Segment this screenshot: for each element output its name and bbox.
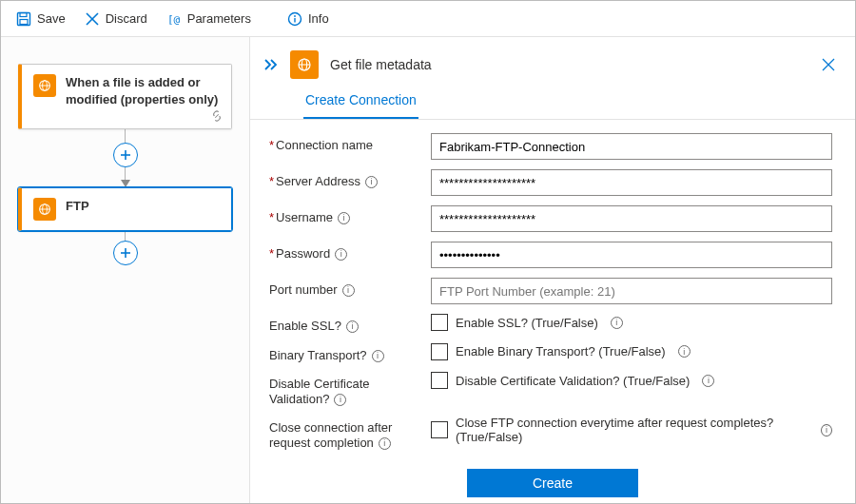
panel-title: Get file metadata xyxy=(330,57,821,72)
disable-cert-checkbox-label: Disable Certificate Validation? (True/Fa… xyxy=(456,374,690,388)
info-icon[interactable]: i xyxy=(365,176,378,188)
disable-cert-label: Disable Certificate Validation?i xyxy=(269,372,431,406)
password-label: *Passwordi xyxy=(269,242,431,262)
info-label: Info xyxy=(308,11,329,26)
enable-ssl-label: Enable SSL?i xyxy=(269,314,431,334)
svg-point-7 xyxy=(294,15,296,17)
enable-ssl-checkbox-label: Enable SSL? (True/False) xyxy=(456,316,598,330)
close-conn-checkbox-label: Close FTP connection everytime after req… xyxy=(456,416,808,444)
parameters-icon: [@] xyxy=(166,11,182,27)
username-input[interactable] xyxy=(431,205,832,232)
connector-2 xyxy=(18,231,232,265)
port-label: Port numberi xyxy=(269,278,431,298)
port-input[interactable] xyxy=(431,278,832,304)
parameters-button[interactable]: [@] Parameters xyxy=(159,8,259,30)
add-step-button-2[interactable] xyxy=(113,241,138,265)
discard-button[interactable]: Discard xyxy=(77,8,155,30)
create-bar: Create xyxy=(250,465,855,503)
info-icon[interactable]: i xyxy=(678,345,691,358)
discard-label: Discard xyxy=(106,11,147,26)
close-panel-button[interactable] xyxy=(821,57,836,72)
close-conn-checkbox[interactable] xyxy=(431,421,448,438)
binary-transport-label: Binary Transport?i xyxy=(269,343,431,363)
binary-transport-checkbox-label: Enable Binary Transport? (True/False) xyxy=(456,344,666,359)
disable-cert-checkbox[interactable] xyxy=(431,372,448,389)
ftp-action-icon xyxy=(33,198,56,221)
save-label: Save xyxy=(37,11,66,26)
svg-text:[@]: [@] xyxy=(167,13,182,26)
server-address-label: *Server Addressi xyxy=(269,169,431,189)
connection-name-label: *Connection name xyxy=(269,133,431,153)
toolbar: Save Discard [@] Parameters Info xyxy=(1,1,855,37)
panel-header: Get file metadata xyxy=(250,37,855,79)
info-icon[interactable]: i xyxy=(821,424,832,436)
collapse-panel-button[interactable] xyxy=(263,58,281,71)
info-icon[interactable]: i xyxy=(334,394,346,406)
server-address-input[interactable] xyxy=(431,169,832,196)
settings-panel: Get file metadata Create Connection *Con… xyxy=(250,37,855,503)
info-icon[interactable]: i xyxy=(372,350,384,362)
trigger-card[interactable]: When a file is added or modified (proper… xyxy=(18,64,232,129)
info-icon[interactable]: i xyxy=(702,375,714,387)
connector-1 xyxy=(18,129,232,187)
tab-create-connection[interactable]: Create Connection xyxy=(303,87,418,119)
connection-name-input[interactable] xyxy=(431,133,832,160)
enable-ssl-checkbox[interactable] xyxy=(431,314,448,331)
link-icon xyxy=(210,109,224,123)
designer-pane: When a file is added or modified (proper… xyxy=(1,37,250,503)
parameters-label: Parameters xyxy=(187,11,251,26)
main-split: When a file is added or modified (proper… xyxy=(1,37,855,503)
add-step-button-1[interactable] xyxy=(113,143,138,167)
password-input[interactable] xyxy=(431,242,832,268)
username-label: *Usernamei xyxy=(269,205,431,225)
info-icon[interactable]: i xyxy=(346,320,359,333)
trigger-card-title: When a file is added or modified (proper… xyxy=(66,74,220,107)
info-icon[interactable]: i xyxy=(335,248,347,261)
app-root: Save Discard [@] Parameters Info When a xyxy=(0,0,856,504)
binary-transport-checkbox[interactable] xyxy=(431,343,448,360)
info-icon[interactable]: i xyxy=(338,212,350,224)
info-icon[interactable]: i xyxy=(611,317,623,329)
ftp-card-title: FTP xyxy=(66,198,89,215)
info-icon[interactable]: i xyxy=(379,437,391,450)
save-icon xyxy=(16,11,31,27)
info-button[interactable]: Info xyxy=(280,8,337,30)
panel-icon xyxy=(290,50,319,79)
info-icon xyxy=(287,11,302,27)
save-button[interactable]: Save xyxy=(9,8,73,30)
ftp-trigger-icon xyxy=(33,74,56,97)
close-conn-label: Close connection after request completio… xyxy=(269,416,431,450)
arrow-icon xyxy=(121,180,130,187)
info-icon[interactable]: i xyxy=(342,284,355,297)
discard-icon xyxy=(85,11,100,27)
svg-rect-2 xyxy=(20,19,28,24)
tab-row: Create Connection xyxy=(250,79,855,119)
ftp-action-card[interactable]: FTP xyxy=(18,187,232,231)
form-area: *Connection name *Server Addressi *Usern… xyxy=(250,120,855,465)
create-button[interactable]: Create xyxy=(467,469,638,497)
